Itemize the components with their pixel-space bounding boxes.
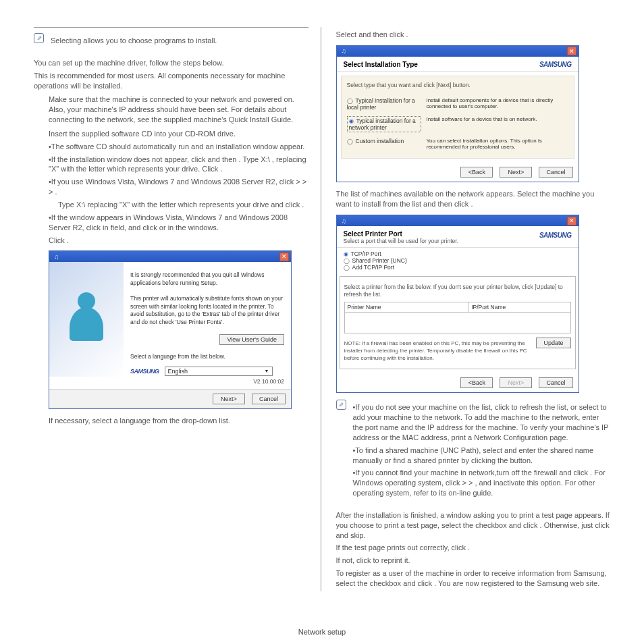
next-button[interactable]: Next>: [213, 394, 245, 404]
table-header: Printer Name IP/Port Name: [345, 302, 570, 313]
note-bullet-2: •To find a shared machine (UNC Path), se…: [353, 446, 611, 466]
next-button[interactable]: Next>: [500, 377, 532, 388]
radio-custom-desc: You can select installation options. Thi…: [427, 138, 568, 150]
lang-prompt: Select a language from the list below.: [130, 353, 284, 360]
dialog-titlebar: ♫ ✕: [49, 251, 291, 262]
click-next: Click .: [34, 236, 308, 246]
dialog-header: Select Printer Port Select a port that w…: [337, 226, 579, 248]
note-box: Selecting allows you to choose programs …: [34, 33, 308, 49]
language-select[interactable]: English: [165, 367, 273, 376]
note-bullet-1: •If you do not see your machine on the l…: [353, 402, 611, 442]
after-dialog-text: If necessary, select a language from the…: [34, 416, 308, 426]
dialog-text-1: It is strongly recommended that you quit…: [130, 271, 284, 287]
dialog-button-row: <Back Next> Cancel: [337, 373, 579, 392]
cancel-button[interactable]: Cancel: [539, 167, 572, 178]
step-1-text: Make sure that the machine is connected …: [49, 95, 308, 125]
dialog-sidebar-graphic: [49, 262, 124, 377]
th-printer-name: Printer Name: [345, 302, 469, 312]
back-button[interactable]: <Back: [460, 167, 493, 178]
app-icon: ♫: [51, 253, 59, 261]
note-box: •If you do not see your machine on the l…: [336, 400, 611, 501]
printer-table: Printer Name IP/Port Name: [344, 302, 571, 333]
note-icon: [34, 33, 44, 43]
radio-shared-unc[interactable]: Shared Printer (UNC): [344, 257, 572, 264]
step-1: Make sure that the machine is connected …: [34, 95, 308, 125]
radio-tcpip-port[interactable]: TCP/IP Port: [344, 250, 572, 257]
dialog-button-row: Next> Cancel: [49, 389, 291, 408]
bullet-1: •The software CD should automatically ru…: [34, 142, 308, 152]
mid-paragraph: The list of machines available on the ne…: [336, 189, 611, 209]
dialog-subtitle: Select type that you want and click [Nex…: [342, 79, 574, 92]
samsung-logo: SAMSUNG: [539, 61, 572, 68]
radio-network-printer[interactable]: Typical installation for a network print…: [347, 116, 421, 132]
version-label: V2.10.00:02: [130, 376, 284, 385]
after-install-4: To register as a user of the machine in …: [336, 568, 611, 589]
radio-row-custom[interactable]: Custom installation You can select insta…: [342, 135, 574, 153]
intro-p2: This is recommended for most users. All …: [34, 71, 308, 91]
app-icon: ♫: [339, 217, 347, 225]
step-2-text: Insert the supplied software CD into you…: [49, 129, 308, 139]
install-type-panel: Select type that you want and click [Nex…: [341, 76, 574, 159]
after-install-3: If not, click to reprint it.: [336, 556, 611, 566]
next-button[interactable]: Next>: [500, 167, 532, 178]
divider: [34, 27, 308, 28]
port-radio-group: TCP/IP Port Shared Printer (UNC) Add TCP…: [337, 248, 579, 272]
install-type-dialog: ♫ ✕ Select Installation Type SAMSUNG Sel…: [336, 45, 579, 182]
printer-list-group: Select a printer from the list below. If…: [340, 276, 576, 369]
bullet-2: •If the installation window does not app…: [34, 155, 308, 175]
right-column: Select and then click . ♫ ✕ Select Insta…: [333, 27, 611, 591]
app-icon: ♫: [339, 47, 347, 55]
left-column: Selecting allows you to choose programs …: [34, 27, 321, 591]
note-text: Selecting allows you to choose programs …: [51, 36, 217, 46]
bullet-3: •If you use Windows Vista, Windows 7 and…: [34, 177, 308, 197]
radio-local-desc: Install default components for a device …: [427, 97, 568, 109]
two-column-layout: Selecting allows you to choose programs …: [34, 27, 610, 591]
update-button[interactable]: Update: [536, 338, 570, 348]
note-content: •If you do not see your machine on the l…: [353, 400, 611, 501]
radio-network-desc: Install software for a device that is on…: [427, 116, 568, 122]
dialog-titlebar: ♫ ✕: [337, 46, 579, 57]
dialog-subtitle: Select a port that will be used for your…: [344, 238, 459, 244]
right-top-line: Select and then click .: [336, 30, 611, 40]
bullet-3b: Type X:\ replacing "X" with the letter w…: [34, 200, 308, 210]
dialog-text-2: This printer will automatically substitu…: [130, 295, 284, 326]
cancel-button[interactable]: Cancel: [252, 394, 286, 404]
printer-port-dialog: ♫ ✕ Select Printer Port Select a port th…: [336, 215, 579, 393]
dialog-button-row: <Back Next> Cancel: [337, 163, 579, 182]
person-icon: [63, 292, 110, 346]
radio-row-local[interactable]: Typical installation for a local printer…: [342, 95, 574, 113]
step-2: Insert the supplied software CD into you…: [34, 129, 308, 139]
group-note: Select a printer from the list below. If…: [344, 284, 571, 299]
after-install-2: If the test page prints out correctly, c…: [336, 543, 611, 553]
radio-custom-install[interactable]: Custom installation: [347, 138, 421, 144]
samsung-logo: SAMSUNG: [539, 232, 572, 239]
dialog-content: It is strongly recommended that you quit…: [128, 262, 291, 388]
back-button[interactable]: <Back: [460, 377, 493, 388]
firewall-note: NOTE: If a firewall has been enabled on …: [344, 340, 531, 362]
radio-add-tcpip[interactable]: Add TCP/IP Port: [344, 264, 572, 271]
dialog-title: Select Printer Port: [344, 230, 402, 238]
install-wizard-dialog: ♫ ✕ It is strongly recommended that you …: [49, 250, 292, 408]
bullet-4: •If the window appears in Windows Vista,…: [34, 213, 308, 233]
view-guide-button[interactable]: View User's Guide: [219, 334, 284, 345]
samsung-logo: SAMSUNG: [130, 368, 159, 375]
dialog-body: It is strongly recommended that you quit…: [49, 262, 291, 388]
cancel-button[interactable]: Cancel: [539, 377, 572, 388]
close-icon[interactable]: ✕: [567, 217, 576, 225]
close-icon[interactable]: ✕: [279, 252, 289, 261]
radio-row-network[interactable]: Typical installation for a network print…: [342, 113, 574, 135]
after-install-1: After the installation is finished, a wi…: [336, 510, 611, 541]
dialog-title: Select Installation Type: [344, 61, 418, 68]
close-icon[interactable]: ✕: [567, 47, 576, 55]
note-icon: [336, 400, 346, 410]
intro-p1: You can set up the machine driver, follo…: [34, 58, 308, 68]
note-bullet-3: •If you cannot find your machine in netw…: [353, 468, 611, 498]
dialog-titlebar: ♫ ✕: [337, 215, 579, 226]
table-body-empty: [345, 313, 570, 333]
dialog-header: Select Installation Type SAMSUNG: [337, 57, 579, 72]
page-footer: Network setup: [0, 628, 644, 636]
radio-local-printer[interactable]: Typical installation for a local printer: [347, 97, 421, 111]
th-ip-port: IP/Port Name: [468, 302, 570, 312]
